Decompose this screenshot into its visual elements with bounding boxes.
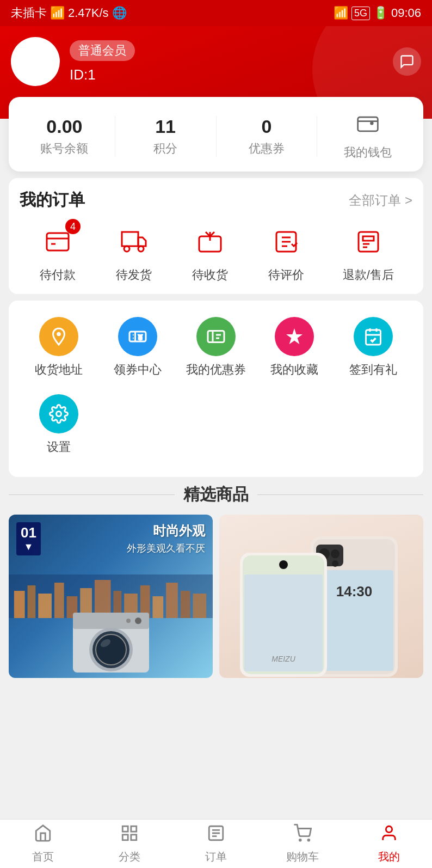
stat-points[interactable]: 11 积分 xyxy=(115,116,217,157)
order-item-refund[interactable]: 退款/售后 xyxy=(343,222,394,283)
products-grid: 01 ▼ 时尚外观 外形美观久看不厌 xyxy=(9,515,423,678)
favorites-label: 我的收藏 xyxy=(270,362,318,378)
svg-point-54 xyxy=(299,839,301,841)
status-left: 未插卡 📶 2.47K/s 🌐 xyxy=(11,5,127,21)
status-signal: 📶 xyxy=(334,6,348,20)
product-tag: 01 ▼ xyxy=(16,522,41,555)
svg-rect-27 xyxy=(193,594,206,618)
services-section: 收货地址 ¥ 领券中心 我的优惠券 xyxy=(9,301,423,477)
service-settings[interactable]: 设置 xyxy=(20,389,98,466)
favorites-icon xyxy=(275,317,314,356)
checkin-icon xyxy=(354,317,393,356)
stats-card: 0.00 账号余额 11 积分 0 优惠券 我的钱包 xyxy=(9,97,423,172)
status-5g: 5G xyxy=(351,7,370,20)
coupon-center-icon: ¥ xyxy=(118,317,157,356)
order-item-pending-ship[interactable]: 待发货 xyxy=(114,222,153,283)
address-icon xyxy=(39,317,78,356)
checkin-label: 签到有礼 xyxy=(349,362,397,378)
svg-rect-25 xyxy=(166,583,178,618)
pending-pay-label: 待付款 xyxy=(40,267,76,283)
svg-text:14:30: 14:30 xyxy=(336,583,372,600)
stat-wallet[interactable]: 我的钱包 xyxy=(317,112,418,161)
featured-section: 精选商品 01 ▼ 时尚外观 外形美观久看不厌 xyxy=(9,484,423,678)
svg-point-31 xyxy=(126,619,131,623)
category-icon xyxy=(120,824,139,847)
balance-value: 0.00 xyxy=(14,116,115,137)
status-apps: 🌐 xyxy=(112,6,127,20)
order-item-pending-receive[interactable]: 待收货 xyxy=(190,222,230,283)
status-bar: 未插卡 📶 2.47K/s 🌐 📶 5G 🔋 09:06 xyxy=(0,0,432,26)
svg-text:MEIZU: MEIZU xyxy=(271,655,295,663)
svg-point-12 xyxy=(57,412,61,417)
product-washer[interactable]: 01 ▼ 时尚外观 外形美观久看不厌 xyxy=(9,515,213,678)
status-speed: 2.47K/s xyxy=(68,6,109,20)
orders-header: 我的订单 全部订单 > xyxy=(20,189,412,211)
member-badge[interactable]: 普通会员 xyxy=(70,40,135,61)
status-battery: 🔋 xyxy=(373,6,388,20)
featured-line-left xyxy=(9,494,175,495)
status-time: 09:06 xyxy=(391,6,421,20)
svg-rect-17 xyxy=(54,583,64,618)
profile-info: 普通会员 ID:1 xyxy=(70,40,383,83)
svg-point-30 xyxy=(135,618,141,624)
nav-category[interactable]: 分类 xyxy=(87,820,173,868)
orders-more[interactable]: 全部订单 > xyxy=(349,192,412,209)
svg-point-46 xyxy=(279,560,288,569)
pending-ship-label: 待发货 xyxy=(116,267,152,283)
pending-review-icon xyxy=(267,222,306,261)
featured-title: 精选商品 xyxy=(183,484,249,506)
nav-orders-label: 订单 xyxy=(205,849,227,864)
status-wifi: 📶 xyxy=(50,6,65,20)
points-label: 积分 xyxy=(153,142,177,155)
pending-pay-badge: 4 xyxy=(65,219,81,234)
svg-rect-0 xyxy=(357,117,378,131)
order-item-pending-review[interactable]: 待评价 xyxy=(267,222,306,283)
service-coupon-center[interactable]: ¥ 领券中心 xyxy=(98,311,176,389)
svg-rect-2 xyxy=(122,232,138,246)
nav-home-label: 首页 xyxy=(32,849,54,864)
coupons-label: 优惠券 xyxy=(249,142,285,155)
pending-receive-icon xyxy=(190,222,230,261)
stat-coupons[interactable]: 0 优惠券 xyxy=(217,116,318,157)
nav-orders[interactable]: 订单 xyxy=(173,820,260,868)
featured-header: 精选商品 xyxy=(9,484,423,506)
pending-pay-icon: 4 xyxy=(38,222,77,261)
svg-point-55 xyxy=(308,839,310,841)
service-my-coupons[interactable]: 我的优惠券 xyxy=(177,311,255,389)
svg-rect-11 xyxy=(366,330,380,345)
nav-cart[interactable]: 购物车 xyxy=(259,820,345,868)
order-icons-row: 4 待付款 待发货 待收 xyxy=(20,222,412,283)
svg-point-7 xyxy=(57,332,61,337)
my-coupons-label: 我的优惠券 xyxy=(186,362,246,378)
product-phone[interactable]: 14:30 MEIZU xyxy=(219,515,423,678)
svg-rect-52 xyxy=(131,834,137,840)
nav-category-label: 分类 xyxy=(119,849,140,864)
nav-mine-label: 我的 xyxy=(378,849,400,864)
service-checkin[interactable]: 签到有礼 xyxy=(334,311,412,389)
message-icon[interactable] xyxy=(393,47,421,76)
settings-icon xyxy=(39,394,78,433)
service-favorites[interactable]: 我的收藏 xyxy=(255,311,334,389)
bottom-nav: 首页 分类 订单 购物车 xyxy=(0,819,432,868)
status-carrier: 未插卡 xyxy=(11,5,47,21)
svg-point-40 xyxy=(331,549,340,558)
svg-point-56 xyxy=(386,826,392,832)
order-item-pending-pay[interactable]: 4 待付款 xyxy=(38,222,77,283)
nav-mine[interactable]: 我的 xyxy=(345,820,432,868)
svg-rect-6 xyxy=(359,232,378,252)
svg-point-3 xyxy=(124,246,129,252)
svg-point-41 xyxy=(332,560,338,567)
service-address[interactable]: 收货地址 xyxy=(20,311,98,389)
pending-review-label: 待评价 xyxy=(268,267,304,283)
orders-section: 我的订单 全部订单 > 4 待付款 xyxy=(9,178,423,294)
svg-rect-51 xyxy=(122,834,128,840)
nav-home[interactable]: 首页 xyxy=(0,820,87,868)
svg-point-4 xyxy=(138,246,144,252)
svg-rect-15 xyxy=(28,585,36,618)
svg-text:¥: ¥ xyxy=(138,334,142,341)
svg-rect-10 xyxy=(208,331,224,343)
avatar[interactable] xyxy=(11,37,60,86)
orders-nav-icon xyxy=(207,824,225,847)
stat-balance[interactable]: 0.00 账号余额 xyxy=(14,116,115,157)
pending-ship-icon xyxy=(114,222,153,261)
